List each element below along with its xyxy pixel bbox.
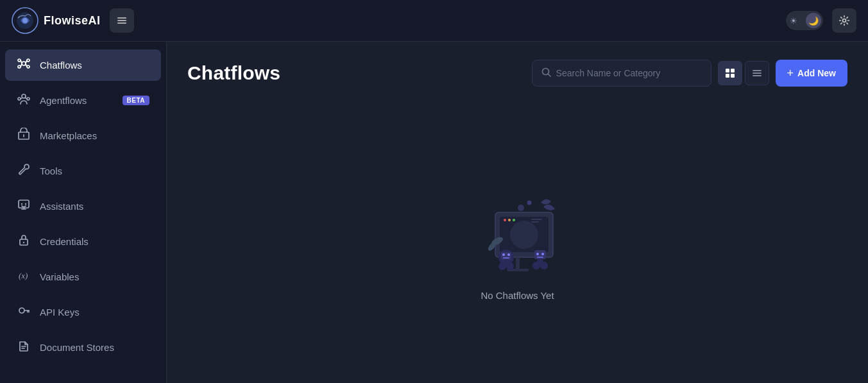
svg-point-49 <box>508 219 511 221</box>
menu-button[interactable] <box>110 8 134 33</box>
sidebar-item-credentials-label: Credentials <box>40 236 149 247</box>
add-icon: + <box>787 67 794 79</box>
svg-line-13 <box>26 60 27 63</box>
empty-illustration <box>460 177 575 280</box>
grid-view-button[interactable] <box>718 61 742 85</box>
theme-toggle[interactable]: ☀ 🌙 <box>786 11 823 30</box>
list-view-button[interactable] <box>745 61 769 85</box>
header-actions: + Add New <box>532 60 847 87</box>
add-new-button[interactable]: + Add New <box>776 60 847 87</box>
topbar-left: FlowiseAI <box>12 7 134 34</box>
sidebar-item-document-stores[interactable]: Document Stores <box>5 332 161 363</box>
sidebar-item-credentials[interactable]: Credentials <box>5 226 161 257</box>
svg-point-16 <box>22 94 26 98</box>
sidebar-item-agentflows[interactable]: Agentflows BETA <box>5 85 161 116</box>
svg-rect-69 <box>537 257 543 258</box>
sidebar-item-marketplaces-label: Marketplaces <box>40 130 149 141</box>
svg-point-6 <box>843 19 846 22</box>
svg-rect-4 <box>117 20 126 21</box>
agentflows-icon <box>17 92 31 108</box>
svg-point-25 <box>25 203 26 205</box>
search-icon <box>541 67 551 79</box>
page-title: Chatflows <box>187 62 280 84</box>
sidebar-item-api-keys-label: API Keys <box>40 307 149 318</box>
credentials-icon <box>17 234 31 250</box>
tools-icon <box>17 163 31 179</box>
svg-point-65 <box>506 262 514 270</box>
svg-line-36 <box>548 74 550 77</box>
svg-line-15 <box>26 64 27 67</box>
sidebar-item-chatflows-label: Chatflows <box>40 60 149 71</box>
svg-point-64 <box>498 262 506 270</box>
sidebar-item-chatflows[interactable]: Chatflows <box>5 49 161 81</box>
svg-point-27 <box>23 242 24 243</box>
settings-button[interactable] <box>832 8 856 33</box>
sidebar-item-marketplaces[interactable]: Marketplaces <box>5 120 161 151</box>
main-layout: Chatflows Agentflows BETA <box>0 42 868 383</box>
svg-line-14 <box>21 64 22 67</box>
svg-rect-62 <box>503 257 509 259</box>
chatflows-icon <box>17 57 31 73</box>
svg-point-55 <box>527 200 531 205</box>
svg-rect-3 <box>117 17 126 19</box>
add-new-label: Add New <box>797 68 836 78</box>
svg-point-29 <box>19 308 24 313</box>
sidebar-item-api-keys[interactable]: API Keys <box>5 296 161 328</box>
svg-rect-37 <box>726 69 729 72</box>
svg-rect-59 <box>501 252 511 260</box>
svg-point-60 <box>502 253 505 256</box>
sidebar-item-assistants[interactable]: Assistants <box>5 191 161 222</box>
sidebar-item-variables-label: Variables <box>40 271 149 282</box>
svg-rect-40 <box>731 74 735 78</box>
svg-point-68 <box>541 253 544 255</box>
variables-icon: (x) <box>17 269 31 285</box>
empty-state: No Chatflows Yet <box>187 112 847 365</box>
sun-icon: ☀ <box>790 16 797 26</box>
search-input[interactable] <box>556 68 702 78</box>
sidebar-item-assistants-label: Assistants <box>40 201 149 212</box>
moon-icon: 🌙 <box>808 16 819 26</box>
svg-point-7 <box>22 62 26 65</box>
svg-rect-38 <box>731 69 735 72</box>
main-content: Chatflows <box>167 42 868 383</box>
hamburger-icon <box>116 15 128 26</box>
sidebar-item-variables[interactable]: (x) Variables <box>5 261 161 293</box>
list-icon <box>752 68 762 78</box>
sidebar-item-agentflows-label: Agentflows <box>40 95 114 106</box>
topbar-right: ☀ 🌙 <box>786 8 856 33</box>
svg-point-67 <box>536 253 539 255</box>
svg-point-53 <box>510 221 538 249</box>
svg-point-50 <box>513 219 515 221</box>
svg-rect-39 <box>726 74 729 78</box>
content-header: Chatflows <box>187 60 847 87</box>
beta-badge: BETA <box>123 96 149 105</box>
view-toggle <box>718 61 769 85</box>
svg-rect-46 <box>516 257 520 269</box>
svg-line-19 <box>21 98 22 99</box>
svg-text:(x): (x) <box>19 271 28 280</box>
sidebar-item-document-stores-label: Document Stores <box>40 342 149 353</box>
svg-line-20 <box>26 98 27 99</box>
topbar: FlowiseAI ☀ 🌙 <box>0 0 868 42</box>
document-stores-icon <box>17 339 31 355</box>
svg-point-61 <box>507 253 510 256</box>
sidebar-item-tools[interactable]: Tools <box>5 155 161 187</box>
sidebar-item-tools-label: Tools <box>40 166 149 176</box>
logo-text: FlowiseAI <box>44 14 101 28</box>
logo-icon <box>12 7 38 34</box>
marketplaces-icon <box>17 128 31 144</box>
grid-icon <box>725 68 735 78</box>
api-keys-icon <box>17 304 31 320</box>
sidebar: Chatflows Agentflows BETA <box>0 42 167 383</box>
search-box <box>532 60 711 87</box>
gear-icon <box>838 15 850 26</box>
assistants-icon <box>17 198 31 214</box>
svg-point-48 <box>504 219 506 221</box>
svg-point-54 <box>518 205 524 211</box>
svg-line-12 <box>21 60 22 63</box>
svg-point-72 <box>540 262 548 269</box>
empty-state-text: No Chatflows Yet <box>481 290 554 301</box>
svg-point-24 <box>21 203 22 205</box>
logo: FlowiseAI <box>12 7 101 34</box>
theme-knob: 🌙 <box>806 13 821 28</box>
